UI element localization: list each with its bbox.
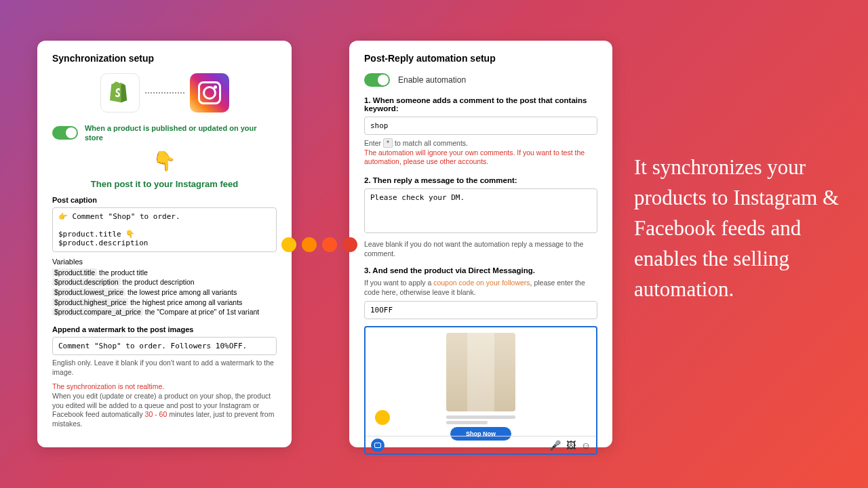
hand-down-icon: 👇 <box>52 150 277 172</box>
sticker-icon[interactable]: ☺ <box>581 440 591 451</box>
camera-icon[interactable] <box>371 439 384 452</box>
var-line: $product.lowest_price the lowest price a… <box>52 287 277 298</box>
marketing-headline: It synchronizes your products to Instagr… <box>634 152 851 305</box>
highlight-dot <box>375 410 390 425</box>
instagram-icon <box>198 81 221 104</box>
sync-title: Synchronization setup <box>52 53 277 64</box>
watermark-input[interactable] <box>52 337 277 355</box>
variables-title: Variables <box>52 258 277 266</box>
var-line: $product.description the product descrip… <box>52 277 277 287</box>
var-line: $product.title the product title <box>52 268 277 278</box>
image-icon[interactable]: 🖼 <box>566 440 576 451</box>
step3-title: 3. And send the product via Direct Messa… <box>364 266 597 274</box>
instagram-logo <box>190 73 229 113</box>
keyword-input[interactable] <box>364 117 597 135</box>
shopify-logo <box>100 73 140 113</box>
dm-text-lines <box>446 415 515 424</box>
caption-label: Post caption <box>52 196 277 204</box>
flow-dot-icon <box>302 237 317 252</box>
flow-dot-icon <box>281 237 296 252</box>
publish-toggle-row: When a product is published or updated o… <box>52 123 277 143</box>
enable-row: Enable automation <box>364 73 597 87</box>
publish-toggle-label: When a product is published or updated o… <box>85 123 277 143</box>
enable-toggle[interactable] <box>364 73 390 87</box>
reply-help: Leave blank if you do not want the autom… <box>364 240 597 258</box>
flow-dots <box>281 237 357 252</box>
reply-title: Post-Reply automation setup <box>364 53 597 64</box>
coupon-input[interactable] <box>364 301 597 319</box>
publish-toggle[interactable] <box>52 126 78 140</box>
watermark-help: English only. Leave it blank if you don'… <box>52 359 277 377</box>
var-line: $product.compare_at_price the "Compare a… <box>52 307 277 317</box>
match-help: Enter * to match all comments. The autom… <box>364 139 597 167</box>
post-action-label: Then post it to your Instagram feed <box>52 179 277 189</box>
sync-arrow <box>145 92 184 94</box>
step2-title: 2. Then reply a message to the comment: <box>364 176 597 184</box>
reply-setup-card: Post-Reply automation setup Enable autom… <box>349 41 612 447</box>
dm-action-icons: 🎤 🖼 ☺ <box>549 440 591 451</box>
sync-setup-card: Synchronization setup When a product is … <box>37 41 292 447</box>
variables-section: Variables $product.title the product tit… <box>52 258 277 317</box>
shopify-icon <box>107 80 133 106</box>
flow-dot-icon <box>342 237 357 252</box>
dm-product-image <box>446 333 515 411</box>
caption-textarea[interactable]: 👉 Comment "Shop" to order. $product.titl… <box>52 207 277 252</box>
watermark-label: Append a watermark to the post images <box>52 325 277 333</box>
mic-icon[interactable]: 🎤 <box>549 440 561 451</box>
step1-title: 1. When someone adds a comment to the po… <box>364 96 597 113</box>
enable-label: Enable automation <box>398 75 466 85</box>
flow-dot-icon <box>322 237 337 252</box>
reply-textarea[interactable]: Please check your DM. <box>364 188 597 233</box>
logo-sync-row <box>52 73 277 113</box>
dm-preview: Shop Now 🎤 🖼 ☺ <box>364 326 597 455</box>
coupon-help: If you want to apply a coupon code on yo… <box>364 279 597 297</box>
dm-toolbar: 🎤 🖼 ☺ <box>366 436 596 453</box>
var-line: $product.highest_price the highest price… <box>52 298 277 308</box>
realtime-note: The synchronization is not realtime. Whe… <box>52 382 277 428</box>
